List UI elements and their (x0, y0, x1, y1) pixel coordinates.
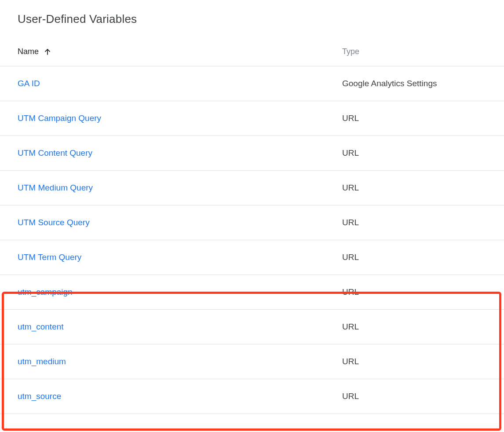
variable-name-link[interactable]: UTM Medium Query (18, 183, 93, 192)
table-row[interactable]: UTM Source Query URL (0, 205, 504, 240)
variable-type-text: URL (342, 357, 359, 366)
variable-type-text: URL (342, 148, 359, 157)
variable-name-link[interactable]: UTM Content Query (18, 148, 92, 157)
variable-name-link[interactable]: utm_content (18, 322, 64, 331)
variable-name-link[interactable]: utm_campaign (18, 287, 73, 297)
table-row[interactable]: utm_medium URL (0, 344, 504, 379)
column-header-name[interactable]: Name (18, 47, 342, 56)
variable-name-link[interactable]: utm_source (18, 392, 61, 401)
column-header-name-label: Name (18, 47, 39, 56)
variable-name-link[interactable]: utm_medium (18, 357, 66, 366)
section-title: User-Defined Variables (0, 12, 504, 26)
variable-name-link[interactable]: UTM Source Query (18, 218, 90, 227)
column-header-type[interactable]: Type (342, 47, 486, 56)
column-header-type-label: Type (342, 47, 359, 56)
table-row[interactable]: utm_campaign URL (0, 275, 504, 310)
table-row[interactable]: GA ID Google Analytics Settings (0, 66, 504, 101)
variable-type-text: URL (342, 253, 359, 262)
table-row[interactable]: utm_content URL (0, 310, 504, 344)
variable-type-text: URL (342, 113, 359, 123)
variables-panel: User-Defined Variables Name Type (0, 0, 504, 414)
table-header-row: Name Type (0, 47, 504, 66)
variables-table: Name Type GA ID Google Analytics Setting… (0, 47, 504, 414)
variable-type-text: URL (342, 322, 359, 331)
variable-type-text: URL (342, 218, 359, 227)
variable-type-text: URL (342, 183, 359, 192)
table-row[interactable]: UTM Medium Query URL (0, 171, 504, 205)
table-row[interactable]: UTM Term Query URL (0, 240, 504, 275)
table-row[interactable]: UTM Campaign Query URL (0, 101, 504, 136)
variable-name-link[interactable]: UTM Campaign Query (18, 113, 101, 123)
sort-ascending-icon (43, 48, 52, 56)
variable-name-link[interactable]: UTM Term Query (18, 253, 81, 262)
variable-type-text: URL (342, 392, 359, 401)
variable-name-link[interactable]: GA ID (18, 79, 40, 88)
table-row[interactable]: UTM Content Query URL (0, 136, 504, 171)
variable-type-text: URL (342, 287, 359, 297)
table-row[interactable]: utm_source URL (0, 379, 504, 414)
variable-type-text: Google Analytics Settings (342, 79, 437, 88)
